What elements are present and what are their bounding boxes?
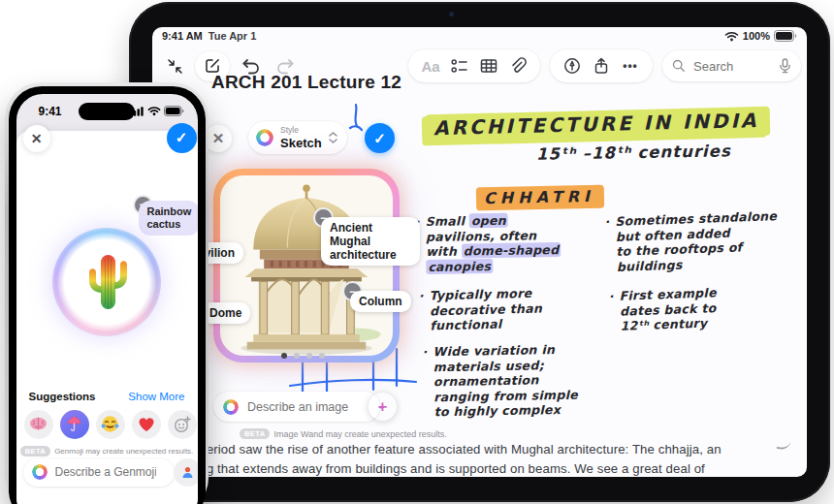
wifi-icon xyxy=(724,31,739,42)
iphone-bezel: 9:41 ✕ ✓ − Rainbow cactus xyxy=(9,86,206,504)
suggestion-row xyxy=(24,410,197,439)
search-field[interactable] xyxy=(662,50,801,81)
mic-icon[interactable] xyxy=(779,58,791,74)
image-wand-prompt-input[interactable] xyxy=(245,399,354,415)
share-button[interactable] xyxy=(587,51,616,80)
battery-icon xyxy=(774,30,797,42)
suggestions-title: Suggestions xyxy=(29,391,96,402)
chhatri-illustration xyxy=(220,175,393,356)
style-label: Style xyxy=(280,126,322,135)
laughing-tears-emoji-button[interactable] xyxy=(96,410,125,439)
ipad-time: 9:41 AM xyxy=(162,30,203,42)
genmoji-screen: 9:41 ✕ ✓ − Rainbow cactus xyxy=(16,94,198,504)
tag-ancient-mughal-architecture[interactable]: Ancient Mughal architecture xyxy=(321,217,420,266)
checklist-button[interactable] xyxy=(445,51,474,80)
dynamic-island xyxy=(79,103,135,120)
battery-icon xyxy=(164,106,184,116)
new-genmoji-button[interactable] xyxy=(168,410,197,439)
genmoji-accept-button[interactable]: ✓ xyxy=(167,123,197,153)
note-body-line-2: ning that extends away from buildings an… xyxy=(189,461,705,476)
red-heart-emoji-button[interactable] xyxy=(132,410,161,439)
genmoji-preview xyxy=(52,228,161,336)
brain-emoji-button[interactable] xyxy=(24,410,53,439)
iphone-device: 9:41 ✕ ✓ − Rainbow cactus xyxy=(5,82,208,504)
genmoji-prompt-input[interactable] xyxy=(53,464,158,480)
bullet-first-example: First example dates back to 12ᵗʰ century xyxy=(619,285,718,333)
style-picker[interactable]: StyleSketch xyxy=(248,121,347,154)
generated-image-card[interactable] xyxy=(213,169,400,362)
handwritten-subheading: 15ᵗʰ –18ᵗʰ centuries xyxy=(536,142,731,163)
beta-badge: BETA xyxy=(240,428,270,439)
image-wand-close-button[interactable]: ✕ xyxy=(205,125,232,152)
genmoji-disclaimer: BETA Genmoji may create unexpected resul… xyxy=(19,446,194,457)
handwritten-section-heading: CHHATRI xyxy=(476,185,604,211)
genmoji-prompt-field[interactable] xyxy=(23,458,175,487)
add-image-button[interactable]: + xyxy=(368,392,398,422)
wifi-icon xyxy=(147,106,161,116)
table-button[interactable] xyxy=(474,51,503,80)
note-body-line-1: s period saw the rise of another feature… xyxy=(189,442,722,457)
person-avatar-button[interactable] xyxy=(174,458,198,487)
scroll-indicator[interactable] xyxy=(776,437,791,451)
marketing-canvas: 9:41 AMTue Apr 1 100% xyxy=(0,0,834,504)
markup-pen-button[interactable] xyxy=(558,51,587,80)
chevron-up-down-icon xyxy=(329,132,337,143)
battery-percent: 100% xyxy=(743,30,770,42)
more-options-button[interactable]: ••• xyxy=(616,51,645,80)
genmoji-close-button[interactable]: ✕ xyxy=(23,125,50,152)
handwritten-heading: ARCHITECTURE IN INDIA xyxy=(426,107,771,144)
apple-intelligence-icon xyxy=(223,399,239,415)
style-value: Sketch xyxy=(280,137,322,149)
ipad-front-camera xyxy=(449,12,454,16)
collapse-note-button[interactable] xyxy=(160,51,189,80)
rainbow-cactus-emoji xyxy=(80,251,136,313)
image-wand-prompt-field[interactable] xyxy=(213,392,380,422)
image-wand-disclaimer: BETA Image Wand may create unexpected re… xyxy=(240,428,447,439)
show-more-link[interactable]: Show More xyxy=(128,391,184,402)
ipad-status-bar: 9:41 AMTue Apr 1 100% xyxy=(152,30,807,46)
style-color-icon xyxy=(256,129,273,146)
note-title: ARCH 201 Lecture 12 xyxy=(211,72,401,93)
tag-column[interactable]: Column xyxy=(350,291,411,312)
image-wand-accept-button[interactable]: ✓ xyxy=(365,123,395,153)
search-input[interactable] xyxy=(691,58,773,75)
beta-badge: BETA xyxy=(20,446,50,457)
ipad-device: 9:41 AMTue Apr 1 100% xyxy=(129,2,830,502)
image-pagination-dots[interactable] xyxy=(281,353,325,359)
ipad-date: Tue Apr 1 xyxy=(208,30,257,42)
search-icon xyxy=(672,59,686,73)
attachment-icon[interactable] xyxy=(503,51,532,80)
umbrella-emoji-button[interactable] xyxy=(60,410,89,439)
text-format-button[interactable]: Aa xyxy=(416,51,445,80)
apple-intelligence-icon xyxy=(32,464,48,480)
ipad-notes-app: 9:41 AMTue Apr 1 100% xyxy=(152,27,807,477)
iphone-time: 9:41 xyxy=(39,105,62,118)
bullet-standalone: Sometimes standalone but often added to … xyxy=(615,208,779,274)
